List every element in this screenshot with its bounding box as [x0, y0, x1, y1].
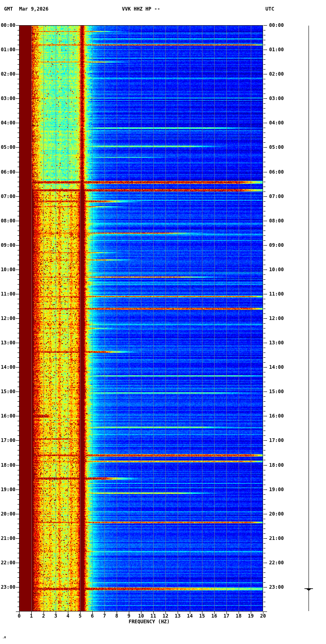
freq-tick-label: 6 — [86, 614, 98, 618]
time-label-right: 14:00 — [269, 365, 293, 370]
time-label-left: 10:00 — [0, 267, 15, 272]
time-label-right: 22:00 — [269, 560, 293, 565]
time-label-left: 05:00 — [0, 145, 15, 150]
time-label-right: 04:00 — [269, 120, 293, 125]
time-label-left: 13:00 — [0, 340, 15, 345]
time-label-right: 06:00 — [269, 170, 293, 174]
time-label-right: 12:00 — [269, 316, 293, 321]
time-label-right: 11:00 — [269, 292, 293, 296]
time-label-left: 12:00 — [0, 316, 15, 321]
time-label-left: 04:00 — [0, 120, 15, 125]
freq-tick-label: 20 — [257, 614, 269, 618]
time-label-right: 08:00 — [269, 218, 293, 223]
time-label-right: 03:00 — [269, 96, 293, 101]
freq-tick-label: 16 — [208, 614, 220, 618]
time-label-right: 07:00 — [269, 194, 293, 199]
time-label-right: 15:00 — [269, 389, 293, 394]
time-label-left: 02:00 — [0, 72, 15, 76]
time-label-left: 16:00 — [0, 413, 15, 418]
time-label-left: 00:00 — [0, 23, 15, 28]
time-label-left: 17:00 — [0, 438, 15, 443]
time-label-right: 19:00 — [269, 487, 293, 492]
freq-tick-label: 8 — [111, 614, 123, 618]
time-label-right: 16:00 — [269, 413, 293, 418]
time-label-left: 23:00 — [0, 585, 15, 590]
header-utc-label: UTC — [265, 7, 274, 11]
time-label-right: 02:00 — [269, 72, 293, 76]
time-label-left: 15:00 — [0, 389, 15, 394]
time-label-left: 11:00 — [0, 292, 15, 296]
time-label-left: 01:00 — [0, 47, 15, 52]
freq-tick-label: 11 — [147, 614, 159, 618]
freq-tick-label: 1 — [25, 614, 37, 618]
header-station-title: VVK HHZ HP -- — [100, 7, 182, 11]
time-label-right: 21:00 — [269, 536, 293, 541]
time-label-right: 01:00 — [269, 47, 293, 52]
time-label-left: 18:00 — [0, 463, 15, 468]
freq-tick-label: 9 — [123, 614, 135, 618]
time-label-right: 17:00 — [269, 438, 293, 443]
freq-tick-label: 17 — [220, 614, 233, 618]
time-label-left: 20:00 — [0, 511, 15, 516]
freq-tick-label: 2 — [37, 614, 50, 618]
corner-mark: .H — [2, 636, 6, 639]
spectrogram-page: GMT Mar 9,2026 VVK HHZ HP -- UTC 00:0001… — [0, 0, 326, 644]
time-label-right: 10:00 — [269, 267, 293, 272]
time-label-left: 06:00 — [0, 170, 15, 174]
time-label-right: 18:00 — [269, 463, 293, 468]
time-label-left: 08:00 — [0, 218, 15, 223]
freq-tick-label: 12 — [159, 614, 172, 618]
time-label-right: 05:00 — [269, 145, 293, 150]
freq-tick-label: 0 — [13, 614, 25, 618]
time-label-right: 23:00 — [269, 585, 293, 590]
time-label-right: 20:00 — [269, 511, 293, 516]
time-label-left: 19:00 — [0, 487, 15, 492]
freq-tick-label: 3 — [50, 614, 62, 618]
time-label-left: 03:00 — [0, 96, 15, 101]
time-label-left: 21:00 — [0, 536, 15, 541]
freq-tick-label: 7 — [98, 614, 111, 618]
time-label-left: 14:00 — [0, 365, 15, 370]
time-label-left: 07:00 — [0, 194, 15, 199]
frequency-axis-label: FREQUENCY (HZ) — [117, 619, 182, 624]
freq-tick-label: 4 — [62, 614, 74, 618]
time-label-left: 22:00 — [0, 560, 15, 565]
freq-tick-label: 5 — [74, 614, 86, 618]
time-label-left: 09:00 — [0, 243, 15, 248]
time-label-right: 09:00 — [269, 243, 293, 248]
freq-tick-label: 19 — [245, 614, 257, 618]
freq-tick-label: 15 — [196, 614, 208, 618]
freq-tick-label: 18 — [233, 614, 245, 618]
freq-tick-label: 13 — [172, 614, 184, 618]
header-gmt-label: GMT — [4, 7, 13, 11]
time-label-right: 00:00 — [269, 23, 293, 28]
freq-tick-label: 10 — [135, 614, 147, 618]
freq-tick-label: 14 — [184, 614, 196, 618]
time-label-right: 13:00 — [269, 340, 293, 345]
header-date: Mar 9,2026 — [19, 7, 48, 11]
